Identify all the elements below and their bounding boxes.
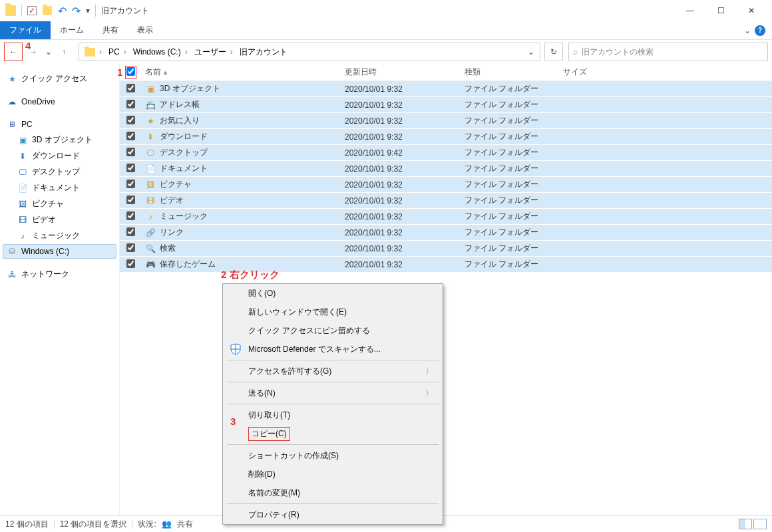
menu-send-to[interactable]: 送る(N)〉 (223, 384, 443, 402)
row-checkbox[interactable] (126, 100, 135, 108)
search-box[interactable]: ⌕ 旧アカウントの検索 (568, 43, 768, 61)
sidebar-item-pc[interactable]: 🖥PC (3, 117, 116, 132)
chevron-down-icon[interactable]: ⌄ (744, 26, 751, 35)
view-icons-button[interactable] (753, 519, 767, 529)
table-row[interactable]: 🔍検索2020/10/01 9:32ファイル フォルダー (120, 241, 772, 257)
menu-defender-scan[interactable]: Microsoft Defender でスキャンする... (223, 340, 443, 358)
menu-properties[interactable]: プロパティ(R) (223, 505, 443, 524)
menu-pin-quick-access[interactable]: クイック アクセスにピン留めする (223, 321, 443, 340)
table-row[interactable]: 🎞ビデオ2020/10/01 9:32ファイル フォルダー (120, 193, 772, 209)
row-checkbox[interactable] (126, 243, 135, 252)
pc-icon: 🖥 (7, 119, 17, 130)
nav-pane: ★クイック アクセス ☁OneDrive 🖥PC ▣3D オブジェクト ⬇ダウン… (0, 64, 120, 515)
tab-file[interactable]: ファイル (0, 21, 51, 39)
row-type: ファイル フォルダー (461, 243, 559, 254)
row-checkbox[interactable] (126, 84, 135, 92)
menu-create-shortcut[interactable]: ショートカットの作成(S) (223, 446, 443, 465)
breadcrumb-users[interactable]: ユーザー (194, 47, 226, 58)
up-button[interactable]: ↑ (55, 43, 73, 61)
table-row[interactable]: ▣3D オブジェクト2020/10/01 9:32ファイル フォルダー (120, 81, 772, 97)
select-all-checkbox[interactable] (126, 67, 135, 76)
menu-give-access[interactable]: アクセスを許可する(G)〉 (223, 362, 443, 380)
refresh-button[interactable]: ↻ (544, 43, 563, 61)
table-row[interactable]: ♪ミュージック2020/10/01 9:32ファイル フォルダー (120, 209, 772, 225)
menu-cut[interactable]: 切り取り(T) (223, 406, 443, 424)
header-date[interactable]: 更新日時 (341, 66, 461, 78)
cube-icon: ▣ (17, 135, 28, 146)
header-size[interactable]: サイズ (559, 66, 626, 78)
sidebar-item-music[interactable]: ♪ミュージック (3, 228, 116, 243)
checkbox-icon[interactable]: ✓ (27, 6, 37, 15)
row-checkbox[interactable] (126, 132, 135, 140)
table-row[interactable]: ⬇ダウンロード2020/10/01 9:32ファイル フォルダー (120, 129, 772, 145)
table-row[interactable]: ★お気に入り2020/10/01 9:32ファイル フォルダー (120, 113, 772, 129)
breadcrumb-drive[interactable]: Windows (C:) (133, 47, 181, 57)
redo-icon[interactable]: ↷ (72, 5, 81, 17)
table-row[interactable]: 📄ドキュメント2020/10/01 9:32ファイル フォルダー (120, 161, 772, 177)
back-button[interactable]: ← (4, 43, 23, 61)
undo-icon[interactable]: ↶ (58, 5, 67, 17)
sidebar-item-documents[interactable]: 📄ドキュメント (3, 180, 116, 196)
menu-delete[interactable]: 削除(D) (223, 465, 443, 483)
sidebar-item-downloads[interactable]: ⬇ダウンロード (3, 148, 116, 164)
view-details-button[interactable] (739, 519, 752, 529)
menu-open-new-window[interactable]: 新しいウィンドウで開く(E) (223, 303, 443, 321)
sidebar-item-3d-objects[interactable]: ▣3D オブジェクト (3, 132, 116, 148)
breadcrumb-folder[interactable]: 旧アカウント (240, 47, 288, 58)
folder-icon: 📄 (145, 164, 156, 174)
document-icon: 📄 (17, 183, 28, 194)
row-checkbox[interactable] (126, 148, 135, 156)
row-checkbox[interactable] (126, 196, 135, 204)
folder-icon: ⬇ (145, 132, 156, 142)
address-bar[interactable]: › PC› Windows (C:)› ユーザー› 旧アカウント ⌄ (79, 43, 540, 61)
menu-rename[interactable]: 名前の変更(M) (223, 483, 443, 502)
row-date: 2020/10/01 9:42 (341, 148, 461, 158)
folder-icon: ▣ (145, 84, 156, 94)
context-menu: 開く(O) 新しいウィンドウで開く(E) クイック アクセスにピン留めする Mi… (222, 283, 443, 525)
header-name[interactable]: 名前▲ (141, 66, 341, 78)
row-checkbox[interactable] (126, 164, 135, 172)
table-row[interactable]: 📇アドレス帳2020/10/01 9:32ファイル フォルダー (120, 97, 772, 113)
row-name: アドレス帳 (160, 99, 200, 110)
header-select-all[interactable] (120, 66, 141, 79)
row-type: ファイル フォルダー (461, 195, 559, 206)
sidebar-item-quick-access[interactable]: ★クイック アクセス (3, 71, 116, 86)
row-checkbox[interactable] (126, 259, 135, 268)
address-dropdown[interactable]: ⌄ (525, 47, 537, 57)
folder-icon (5, 5, 16, 16)
row-checkbox[interactable] (126, 227, 135, 236)
header-type[interactable]: 種類 (461, 66, 559, 78)
search-icon: ⌕ (573, 47, 578, 57)
recent-dropdown[interactable]: ⌄ (44, 43, 53, 61)
close-button[interactable]: ✕ (736, 0, 767, 21)
picture-icon: 🖼 (17, 199, 28, 209)
chevron-down-icon[interactable]: ▾ (86, 6, 90, 15)
table-row[interactable]: 🖵デスクトップ2020/10/01 9:42ファイル フォルダー (120, 145, 772, 161)
row-checkbox[interactable] (126, 180, 135, 188)
menu-open[interactable]: 開く(O) (223, 284, 443, 303)
breadcrumb-pc[interactable]: PC (108, 47, 120, 57)
maximize-button[interactable]: ☐ (705, 0, 736, 21)
sidebar-item-videos[interactable]: 🎞ビデオ (3, 212, 116, 227)
row-checkbox[interactable] (126, 211, 135, 220)
tab-home[interactable]: ホーム (51, 21, 93, 39)
table-row[interactable]: 🎮保存したゲーム2020/10/01 9:32ファイル フォルダー (120, 257, 772, 273)
row-name: お気に入り (160, 115, 200, 126)
sidebar-item-pictures[interactable]: 🖼ピクチャ (3, 196, 116, 211)
tab-view[interactable]: 表示 (128, 21, 162, 39)
table-row[interactable]: 🖼ピクチャ2020/10/01 9:32ファイル フォルダー (120, 177, 772, 193)
folder-icon: 🔗 (145, 227, 156, 238)
menu-separator (227, 503, 439, 504)
help-icon[interactable]: ? (755, 25, 765, 36)
menu-copy[interactable]: コピー(C) (223, 424, 443, 443)
sidebar-item-onedrive[interactable]: ☁OneDrive (3, 94, 116, 109)
sidebar-item-windows-c[interactable]: ⛁Windows (C:) (3, 244, 116, 259)
table-row[interactable]: 🔗リンク2020/10/01 9:32ファイル フォルダー (120, 225, 772, 241)
tab-share[interactable]: 共有 (93, 21, 128, 39)
separator (21, 5, 22, 17)
forward-button[interactable]: → (24, 43, 43, 61)
row-checkbox[interactable] (126, 116, 135, 124)
minimize-button[interactable]: — (675, 0, 705, 21)
sidebar-item-network[interactable]: 🖧ネットワーク (3, 267, 116, 282)
sidebar-item-desktop[interactable]: 🖵デスクトップ (3, 164, 116, 180)
